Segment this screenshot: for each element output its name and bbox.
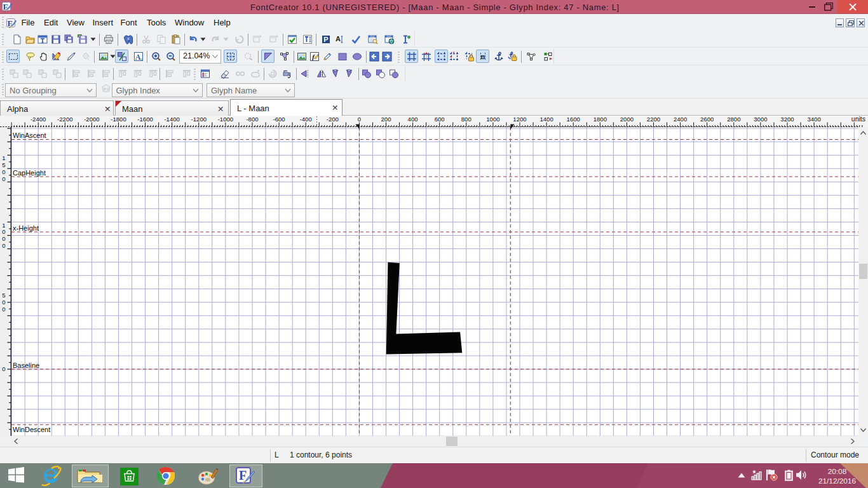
svg-text:1400: 1400 bbox=[539, 116, 553, 123]
svg-text:-1800: -1800 bbox=[111, 116, 126, 123]
svg-text:0: 0 bbox=[2, 365, 5, 372]
svg-text:2800: 2800 bbox=[727, 116, 740, 123]
svg-text:2000: 2000 bbox=[620, 116, 634, 123]
svg-text:F: F bbox=[239, 468, 247, 482]
svg-text:600: 600 bbox=[435, 116, 445, 123]
svg-text:0: 0 bbox=[2, 299, 5, 306]
svg-text:400: 400 bbox=[408, 116, 418, 123]
svg-text:2600: 2600 bbox=[700, 116, 714, 123]
svg-text:0: 0 bbox=[2, 168, 5, 175]
svg-text:-200: -200 bbox=[327, 116, 339, 123]
svg-text:1800: 1800 bbox=[593, 116, 607, 123]
svg-text:-2400: -2400 bbox=[31, 116, 46, 123]
svg-text:3000: 3000 bbox=[754, 116, 767, 123]
svg-text:0: 0 bbox=[2, 306, 5, 313]
svg-text:-800: -800 bbox=[246, 116, 258, 123]
svg-text:-600: -600 bbox=[273, 116, 285, 123]
svg-text:5: 5 bbox=[2, 292, 5, 299]
svg-text:-1400: -1400 bbox=[164, 116, 180, 123]
svg-text:800: 800 bbox=[461, 116, 471, 123]
svg-text:-1200: -1200 bbox=[191, 116, 207, 123]
svg-text:-2200: -2200 bbox=[57, 116, 73, 123]
svg-text:-1600: -1600 bbox=[137, 116, 153, 123]
svg-text:0: 0 bbox=[358, 116, 361, 123]
svg-text:0: 0 bbox=[2, 242, 5, 249]
svg-text:3400: 3400 bbox=[807, 116, 820, 123]
svg-text:3200: 3200 bbox=[780, 116, 794, 123]
svg-text:0: 0 bbox=[2, 228, 5, 235]
svg-text:200: 200 bbox=[381, 116, 391, 123]
svg-text:units: units bbox=[851, 115, 865, 123]
svg-text:1200: 1200 bbox=[513, 116, 526, 123]
svg-text:-1000: -1000 bbox=[218, 116, 234, 123]
svg-text:0: 0 bbox=[2, 175, 5, 182]
svg-text:-400: -400 bbox=[300, 116, 312, 123]
svg-text:-2000: -2000 bbox=[84, 116, 100, 123]
svg-text:1600: 1600 bbox=[567, 116, 580, 123]
svg-text:2200: 2200 bbox=[647, 116, 660, 123]
svg-text:1000: 1000 bbox=[486, 116, 499, 123]
svg-text:0: 0 bbox=[2, 235, 5, 242]
svg-text:5: 5 bbox=[2, 161, 5, 168]
svg-text:1: 1 bbox=[2, 222, 5, 229]
svg-text:2400: 2400 bbox=[674, 116, 687, 123]
svg-text:1: 1 bbox=[2, 154, 5, 161]
